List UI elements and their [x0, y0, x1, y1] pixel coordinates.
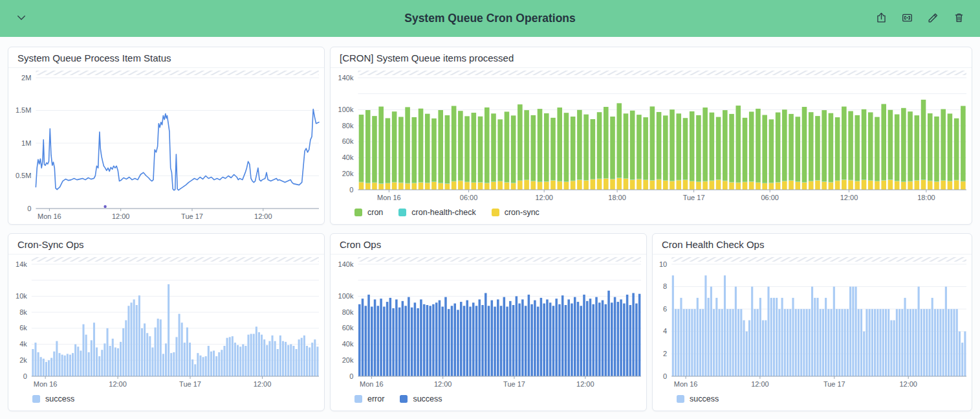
- legend-label: cron: [367, 208, 383, 217]
- dashboard-grid: System Queue Process Item Status 2M1.5M1…: [0, 37, 980, 419]
- svg-text:Mon 16: Mon 16: [34, 380, 58, 388]
- svg-text:Mon 16: Mon 16: [360, 380, 384, 388]
- svg-text:80k: 80k: [342, 308, 354, 316]
- svg-text:1M: 1M: [21, 139, 31, 147]
- copy-button[interactable]: [897, 9, 917, 28]
- svg-text:18:00: 18:00: [608, 194, 626, 201]
- chart-legend: success: [653, 392, 972, 411]
- chart-svg: 14k10k8k6k4k2k0Mon 1612:00Tue 1712:00: [8, 255, 324, 392]
- svg-text:4k: 4k: [19, 340, 27, 348]
- share-button[interactable]: [871, 9, 891, 28]
- svg-text:6: 6: [663, 305, 667, 313]
- svg-text:2M: 2M: [21, 74, 31, 82]
- svg-text:8: 8: [663, 282, 667, 290]
- svg-text:60k: 60k: [342, 137, 354, 145]
- chart-svg: 140k100k80k60k40k20k0Mon 1606:0012:0018:…: [331, 68, 972, 205]
- legend-label: error: [367, 394, 384, 403]
- svg-text:12:00: 12:00: [109, 380, 127, 388]
- legend-swatch: [398, 209, 406, 216]
- legend-item-cron[interactable]: cron: [354, 208, 383, 217]
- svg-text:0: 0: [663, 372, 667, 380]
- legend-label: success: [690, 394, 719, 403]
- chart-legend: errorsuccess: [331, 392, 646, 411]
- svg-text:10: 10: [659, 260, 667, 268]
- legend-label: success: [45, 394, 74, 403]
- svg-text:06:00: 06:00: [460, 194, 478, 201]
- panel-title: Cron Ops: [331, 234, 646, 255]
- collapse-button[interactable]: [12, 9, 31, 28]
- svg-text:40k: 40k: [342, 153, 354, 161]
- copy-icon: [901, 12, 913, 26]
- svg-text:12:00: 12:00: [751, 380, 769, 388]
- dashboard-header: System Queue Cron Operations: [0, 0, 980, 37]
- stacked-bar-chart-canvas[interactable]: 140k100k80k60k40k20k0Mon 1612:00Tue 1712…: [331, 255, 646, 392]
- svg-text:Tue 17: Tue 17: [823, 380, 845, 388]
- panel-cron-ops: Cron Ops 140k100k80k60k40k20k0Mon 1612:0…: [330, 233, 647, 411]
- svg-text:100k: 100k: [338, 292, 354, 300]
- svg-text:20k: 20k: [342, 170, 354, 177]
- svg-text:18:00: 18:00: [917, 194, 935, 201]
- chart-svg: 140k100k80k60k40k20k0Mon 1612:00Tue 1712…: [331, 255, 646, 392]
- legend-item-success[interactable]: success: [677, 394, 719, 403]
- chart-legend: croncron-health-checkcron-sync: [331, 205, 972, 224]
- chart-svg: 2M1.5M1M0.5M0Mon 1612:00Tue 1712:00: [8, 68, 324, 224]
- chevron-down-icon: [16, 12, 27, 25]
- svg-text:Tue 17: Tue 17: [179, 380, 201, 388]
- svg-text:0: 0: [349, 372, 353, 380]
- svg-text:14k: 14k: [16, 260, 27, 268]
- svg-text:2k: 2k: [19, 356, 27, 364]
- legend-swatch: [400, 395, 408, 403]
- legend-item-success[interactable]: success: [32, 394, 74, 403]
- legend-swatch: [354, 209, 362, 216]
- svg-text:10k: 10k: [16, 292, 27, 300]
- stacked-bar-chart-canvas[interactable]: 140k100k80k60k40k20k0Mon 1606:0012:0018:…: [331, 68, 972, 205]
- panel-system-queue-process-item-status: System Queue Process Item Status 2M1.5M1…: [8, 47, 325, 225]
- svg-text:20k: 20k: [342, 356, 354, 364]
- svg-text:80k: 80k: [342, 122, 354, 130]
- panel-cron-health-check-ops: Cron Health Check Ops 1086420Mon 1612:00…: [652, 233, 972, 411]
- bar-chart-canvas[interactable]: 1086420Mon 1612:00Tue 1712:00: [653, 255, 972, 392]
- dashboard-title: System Queue Cron Operations: [0, 12, 980, 25]
- legend-item-cron-sync[interactable]: cron-sync: [492, 208, 539, 217]
- svg-text:0.5M: 0.5M: [16, 172, 31, 179]
- edit-icon: [927, 12, 939, 26]
- panel-title: [CRON] System Queue items processed: [331, 47, 972, 68]
- svg-text:12:00: 12:00: [254, 380, 272, 388]
- svg-text:Mon 16: Mon 16: [674, 380, 698, 388]
- line-chart-canvas[interactable]: 2M1.5M1M0.5M0Mon 1612:00Tue 1712:00: [8, 68, 324, 224]
- chart-legend: success: [8, 392, 324, 411]
- legend-label: cron-sync: [505, 208, 539, 217]
- trash-icon: [953, 12, 965, 26]
- svg-text:140k: 140k: [338, 260, 354, 268]
- svg-text:12:00: 12:00: [434, 380, 452, 388]
- legend-swatch: [354, 395, 362, 403]
- svg-text:4: 4: [663, 327, 667, 335]
- svg-text:12:00: 12:00: [535, 194, 553, 201]
- svg-text:1.5M: 1.5M: [16, 106, 31, 114]
- panel-title: System Queue Process Item Status: [8, 47, 324, 68]
- legend-item-cron-health-check[interactable]: cron-health-check: [398, 208, 475, 217]
- delete-button[interactable]: [949, 9, 968, 28]
- svg-text:100k: 100k: [338, 106, 354, 113]
- bar-chart-canvas[interactable]: 14k10k8k6k4k2k0Mon 1612:00Tue 1712:00: [8, 255, 324, 392]
- dashboard-row-1: System Queue Process Item Status 2M1.5M1…: [8, 47, 972, 225]
- legend-item-error[interactable]: error: [354, 394, 384, 403]
- chart-svg: 1086420Mon 1612:00Tue 1712:00: [653, 255, 972, 392]
- legend-item-success[interactable]: success: [400, 394, 442, 403]
- svg-text:Tue 17: Tue 17: [181, 212, 203, 220]
- svg-text:Tue 17: Tue 17: [503, 380, 525, 388]
- header-actions: [871, 9, 968, 28]
- svg-text:12:00: 12:00: [576, 380, 594, 388]
- legend-swatch: [492, 209, 499, 216]
- edit-button[interactable]: [923, 9, 942, 28]
- legend-swatch: [677, 395, 684, 403]
- svg-text:8k: 8k: [19, 308, 27, 316]
- svg-text:140k: 140k: [338, 74, 354, 82]
- svg-text:0: 0: [27, 205, 31, 212]
- svg-text:0: 0: [23, 372, 27, 380]
- svg-text:12:00: 12:00: [899, 380, 917, 388]
- svg-text:Tue 17: Tue 17: [683, 194, 705, 201]
- svg-text:Mon 16: Mon 16: [38, 212, 61, 220]
- svg-text:12:00: 12:00: [254, 212, 272, 220]
- svg-text:12:00: 12:00: [840, 194, 858, 201]
